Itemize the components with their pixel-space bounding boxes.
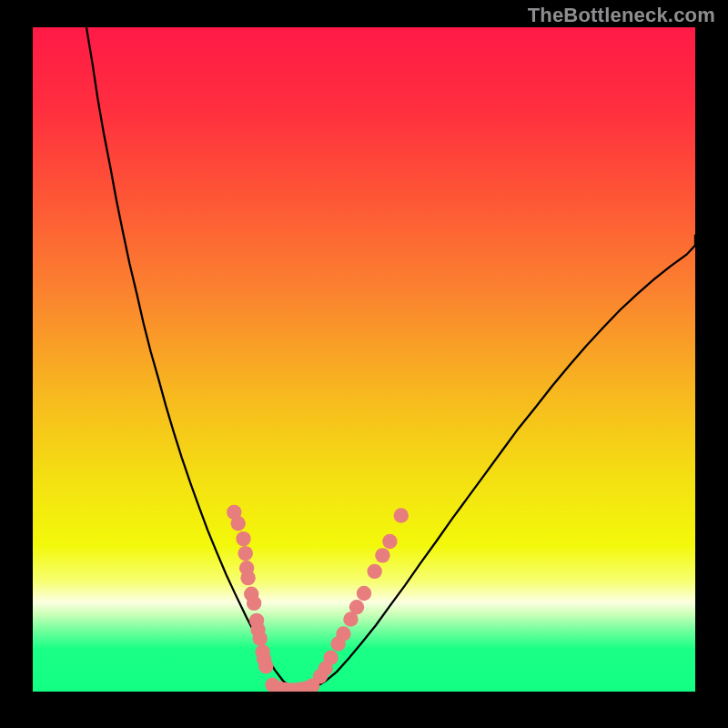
data-point	[240, 571, 255, 585]
data-point	[357, 586, 371, 601]
data-point	[238, 546, 252, 561]
data-point	[230, 516, 245, 531]
bottleneck-chart	[0, 0, 728, 728]
chart-frame: { "watermark": "TheBottleneck.com", "col…	[0, 0, 728, 728]
data-point	[349, 600, 364, 614]
data-point	[375, 548, 389, 562]
watermark-text: TheBottleneck.com	[528, 4, 715, 27]
data-point	[323, 651, 338, 665]
data-point	[367, 564, 381, 579]
data-point	[336, 626, 350, 641]
data-point	[247, 596, 261, 611]
data-point	[382, 534, 397, 549]
data-point	[258, 659, 273, 673]
data-point	[253, 631, 268, 645]
data-point	[236, 531, 250, 546]
data-point	[394, 508, 409, 522]
